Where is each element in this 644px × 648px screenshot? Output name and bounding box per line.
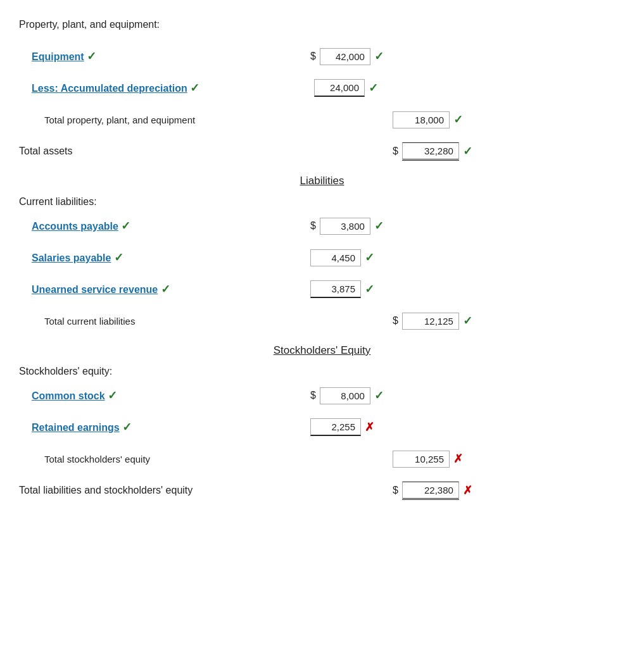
- property-heading-row: Property, plant, and equipment:: [19, 13, 625, 37]
- accum-dep-label: Less: Accumulated depreciation ✓: [19, 81, 310, 95]
- accounts-payable-value[interactable]: 3,800: [320, 218, 370, 235]
- total-assets-total-col: $ 32,280 ✓: [393, 142, 494, 161]
- equipment-link[interactable]: Equipment: [32, 51, 84, 62]
- common-stock-dollar: $: [310, 390, 316, 401]
- common-stock-row: Common stock ✓ $ 8,000 ✓: [19, 383, 625, 408]
- salaries-payable-value-check: ✓: [365, 251, 374, 265]
- accounts-payable-dollar: $: [310, 220, 316, 232]
- retained-earnings-input-col: 2,255 ✗: [310, 418, 393, 436]
- common-stock-value-check: ✓: [374, 389, 384, 402]
- property-heading: Property, plant, and equipment:: [19, 19, 310, 30]
- equipment-check: ✓: [87, 50, 96, 63]
- equipment-value-check: ✓: [374, 49, 384, 63]
- salaries-payable-label: Salaries payable ✓: [19, 251, 310, 265]
- total-assets-dollar: $: [393, 146, 398, 157]
- retained-earnings-link[interactable]: Retained earnings: [32, 422, 120, 433]
- accounts-payable-label: Accounts payable ✓: [19, 219, 310, 233]
- retained-earnings-value[interactable]: 2,255: [310, 418, 361, 436]
- total-property-value[interactable]: 18,000: [393, 111, 450, 128]
- equipment-label: Equipment ✓: [19, 49, 310, 63]
- equipment-input-col: $ 42,000 ✓: [310, 48, 393, 65]
- accounts-payable-input-col: $ 3,800 ✓: [310, 218, 393, 235]
- unearned-revenue-value[interactable]: 3,875: [310, 280, 361, 298]
- property-section: Property, plant, and equipment: Equipmen…: [19, 13, 625, 163]
- unearned-revenue-row: Unearned service revenue ✓ 3,875 ✓: [19, 277, 625, 301]
- total-equity-total-col: 10,255 ✗: [393, 451, 494, 468]
- liabilities-heading: Liabilities: [19, 175, 625, 187]
- total-liab-equity-row: Total liabilities and stockholders' equi…: [19, 478, 625, 502]
- total-liab-equity-label: Total liabilities and stockholders' equi…: [19, 485, 310, 496]
- common-stock-value[interactable]: 8,000: [320, 387, 370, 404]
- salaries-payable-check: ✓: [114, 251, 123, 264]
- equity-heading: Stockholders' Equity: [19, 344, 625, 357]
- total-equity-cross: ✗: [453, 452, 463, 466]
- accum-dep-link[interactable]: Less: Accumulated depreciation: [32, 83, 187, 94]
- total-liab-equity-cross: ✗: [463, 483, 472, 497]
- total-property-total-col: 18,000 ✓: [393, 111, 494, 128]
- total-current-liabilities-value[interactable]: 12,125: [402, 313, 459, 330]
- equipment-value[interactable]: 42,000: [320, 48, 370, 65]
- total-current-liabilities-row: Total current liabilities $ 12,125 ✓: [19, 309, 625, 333]
- equity-section: Stockholders' Equity Stockholders' equit…: [19, 344, 625, 502]
- total-assets-row: Total assets $ 32,280 ✓: [19, 139, 625, 163]
- unearned-revenue-value-check: ✓: [365, 282, 374, 296]
- total-liab-equity-total-col: $ 22,380 ✗: [393, 482, 494, 500]
- total-current-liabilities-check: ✓: [463, 314, 472, 328]
- retained-earnings-label: Retained earnings ✓: [19, 420, 310, 434]
- total-current-liabilities-total-col: $ 12,125 ✓: [393, 313, 494, 330]
- common-stock-input-col: $ 8,000 ✓: [310, 387, 393, 404]
- total-property-label: Total property, plant, and equipment: [19, 115, 310, 125]
- total-current-liabilities-dollar: $: [393, 315, 398, 327]
- accounts-payable-value-check: ✓: [374, 219, 384, 233]
- total-equity-row: Total stockholders' equity 10,255 ✗: [19, 447, 625, 471]
- retained-earnings-value-cross: ✗: [365, 420, 374, 434]
- total-liab-equity-dollar: $: [393, 485, 398, 496]
- accum-dep-row: Less: Accumulated depreciation ✓ 24,000 …: [19, 76, 625, 100]
- retained-earnings-row: Retained earnings ✓ 2,255 ✗: [19, 415, 625, 439]
- liabilities-section: Liabilities Current liabilities: Account…: [19, 175, 625, 333]
- salaries-payable-input-col: 4,450 ✓: [310, 249, 393, 266]
- salaries-payable-row: Salaries payable ✓ 4,450 ✓: [19, 246, 625, 270]
- total-current-liabilities-label: Total current liabilities: [19, 316, 310, 327]
- accum-dep-value[interactable]: 24,000: [314, 79, 365, 97]
- unearned-revenue-label: Unearned service revenue ✓: [19, 282, 310, 296]
- total-assets-value[interactable]: 32,280: [402, 142, 459, 161]
- unearned-revenue-link[interactable]: Unearned service revenue: [32, 284, 158, 295]
- total-equity-value[interactable]: 10,255: [393, 451, 450, 468]
- equity-subheading: Stockholders' equity:: [19, 366, 625, 377]
- common-stock-label: Common stock ✓: [19, 389, 310, 402]
- accum-dep-check: ✓: [190, 82, 199, 94]
- equipment-dollar: $: [310, 51, 316, 62]
- total-property-row: Total property, plant, and equipment 18,…: [19, 108, 625, 132]
- total-equity-label: Total stockholders' equity: [19, 454, 310, 464]
- unearned-revenue-check: ✓: [161, 283, 170, 296]
- equipment-row: Equipment ✓ $ 42,000 ✓: [19, 44, 625, 68]
- accum-dep-value-check: ✓: [369, 81, 378, 95]
- accounts-payable-row: Accounts payable ✓ $ 3,800 ✓: [19, 214, 625, 238]
- total-assets-check: ✓: [463, 144, 472, 158]
- unearned-revenue-input-col: 3,875 ✓: [310, 280, 393, 298]
- accum-dep-input-col: 24,000 ✓: [310, 79, 393, 97]
- total-assets-label: Total assets: [19, 146, 310, 157]
- accounts-payable-link[interactable]: Accounts payable: [32, 221, 118, 232]
- salaries-payable-link[interactable]: Salaries payable: [32, 252, 111, 263]
- total-liab-equity-value[interactable]: 22,380: [402, 482, 459, 500]
- total-property-check: ✓: [453, 113, 463, 127]
- accounts-payable-check: ✓: [121, 220, 130, 232]
- retained-earnings-check: ✓: [122, 421, 132, 433]
- common-stock-check: ✓: [108, 389, 117, 402]
- common-stock-link[interactable]: Common stock: [32, 390, 105, 401]
- salaries-payable-value[interactable]: 4,450: [310, 249, 361, 266]
- current-liabilities-label: Current liabilities:: [19, 196, 625, 208]
